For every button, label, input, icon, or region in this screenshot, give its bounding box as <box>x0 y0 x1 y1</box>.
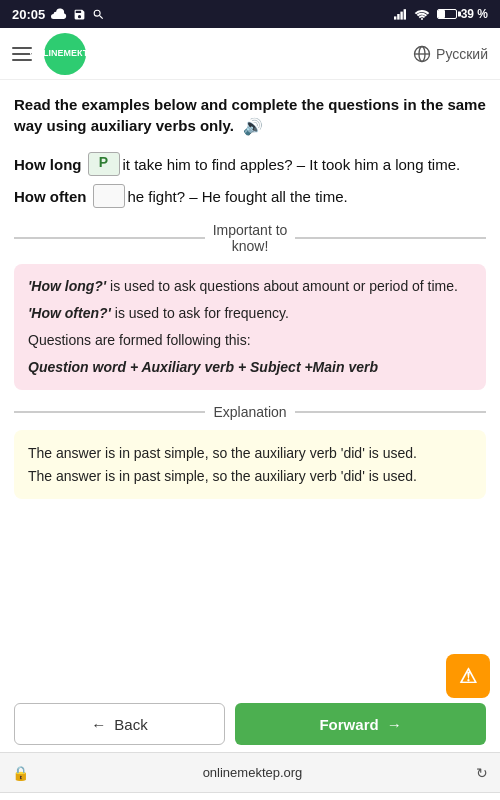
howlong-desc: is used to ask questions about amount or… <box>106 278 458 294</box>
info-line3: Questions are formed following this: <box>28 330 472 351</box>
q2-suffix: he fight? – He fought all the time. <box>128 188 348 205</box>
svg-rect-1 <box>397 14 399 20</box>
svg-rect-0 <box>394 16 396 19</box>
exp-divider-right <box>295 411 486 413</box>
signal-icon <box>394 8 410 20</box>
home-nav-button[interactable] <box>30 797 70 801</box>
top-nav: ONLINE МЕКТЕП Русский <box>0 28 500 80</box>
back-button[interactable]: ← Back <box>14 703 225 745</box>
cloud-icon <box>51 8 67 20</box>
language-label: Русский <box>436 46 488 62</box>
howoften-label: 'How often?' <box>28 305 111 321</box>
info-box: 'How long?' is used to ask questions abo… <box>14 264 486 390</box>
save-icon <box>73 8 86 21</box>
add-nav-button[interactable] <box>230 797 270 801</box>
instruction-text: Read the examples below and complete the… <box>14 94 486 138</box>
forward-button[interactable]: Forward → <box>235 703 486 745</box>
bottom-buttons: ← Back Forward → <box>0 696 500 752</box>
forward-arrow-icon: → <box>387 716 402 733</box>
q1-input[interactable]: P <box>88 152 120 176</box>
divider-line-right <box>295 237 486 239</box>
share-nav-button[interactable] <box>130 797 170 801</box>
main-content: Read the examples below and complete the… <box>0 80 500 696</box>
know-divider: Important toknow! <box>14 222 486 254</box>
globe-icon <box>413 45 431 63</box>
exp-divider-label: Explanation <box>213 404 286 420</box>
back-arrow-icon: ← <box>91 716 106 733</box>
forward-label: Forward <box>319 716 378 733</box>
question-1: How long P it take him to find apples? –… <box>14 152 486 176</box>
warning-fab[interactable]: ⚠ <box>446 654 490 698</box>
logo: ONLINE МЕКТЕП <box>44 33 86 75</box>
q2-prefix: How often <box>14 188 87 205</box>
q1-prefix: How long <box>14 156 82 173</box>
formula-line: Question word + Auxiliary verb + Subject… <box>28 357 472 378</box>
wifi-icon <box>414 8 430 20</box>
q1-suffix: it take him to find apples? – It took hi… <box>123 156 461 173</box>
battery-percent: 39 % <box>461 7 488 21</box>
url-text[interactable]: onlinemektep.org <box>37 765 468 780</box>
language-button[interactable]: Русский <box>413 45 488 63</box>
explanation-box: The answer is in past simple, so the aux… <box>14 430 486 499</box>
explanation-divider: Explanation <box>14 404 486 420</box>
time-display: 20:05 <box>12 7 45 22</box>
search-icon <box>92 8 105 21</box>
browser-bar: 🔒 onlinemektep.org ↻ <box>0 752 500 792</box>
info-line2: 'How often?' is used to ask for frequenc… <box>28 303 472 324</box>
exp-divider-left <box>14 411 205 413</box>
formula: Question word + Auxiliary verb + Subject… <box>28 359 378 375</box>
howoften-desc: is used to ask for frequency. <box>111 305 289 321</box>
howlong-label: 'How long?' <box>28 278 106 294</box>
reload-icon[interactable]: ↻ <box>476 765 488 781</box>
svg-rect-3 <box>403 9 405 19</box>
bottom-nav: 76 <box>0 792 500 800</box>
svg-rect-2 <box>400 12 402 20</box>
explanation-line1: The answer is in past simple, so the aux… <box>28 442 472 464</box>
speaker-icon[interactable]: 🔊 <box>243 116 263 138</box>
question-2: How often he fight? – He fought all the … <box>14 184 486 208</box>
menu-nav-button[interactable] <box>430 797 470 801</box>
back-label: Back <box>114 716 147 733</box>
warning-icon: ⚠ <box>459 664 477 688</box>
divider-line-left <box>14 237 205 239</box>
status-bar: 20:05 39 % <box>0 0 500 28</box>
explanation-line2: The answer is in past simple, so the aux… <box>28 465 472 487</box>
q2-input[interactable] <box>93 184 125 208</box>
info-line1: 'How long?' is used to ask questions abo… <box>28 276 472 297</box>
tabs-nav-button[interactable]: 76 <box>330 797 370 801</box>
divider-label: Important toknow! <box>213 222 288 254</box>
lock-icon: 🔒 <box>12 765 29 781</box>
battery-icon <box>437 9 457 19</box>
